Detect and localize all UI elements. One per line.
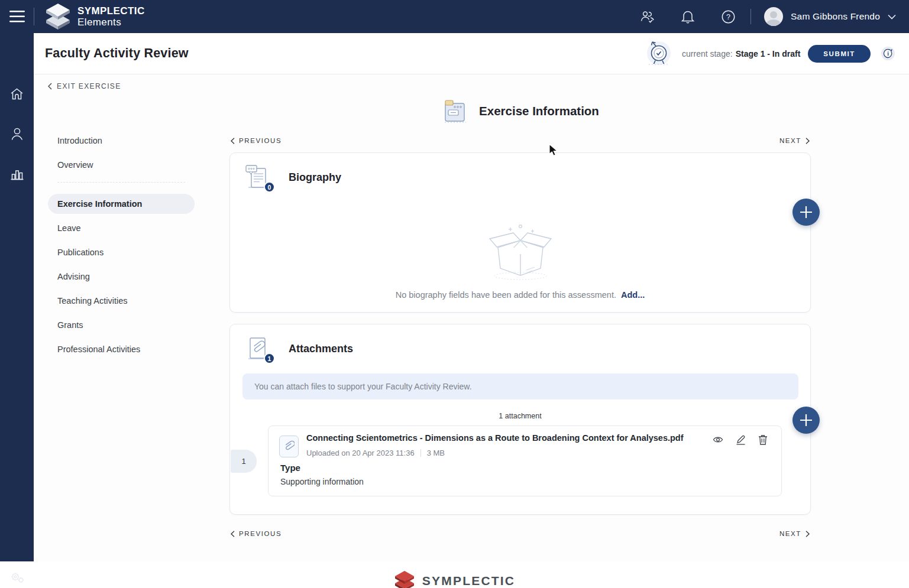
attachments-card: 1 Attachments You can attach files to su… — [229, 324, 811, 515]
reports-icon — [10, 168, 24, 181]
nav-item-advising[interactable]: Advising — [48, 267, 195, 287]
plus-icon — [800, 206, 813, 219]
paperclip-icon — [283, 440, 295, 453]
exercise-information-icon — [441, 98, 468, 124]
home-icon — [10, 87, 24, 100]
attachment-filename: Connecting Scientometrics - Dimensions a… — [306, 433, 697, 443]
svg-text:i: i — [887, 51, 889, 57]
profile-icon — [11, 127, 24, 141]
notifications-bell-icon — [681, 9, 694, 24]
delegates-button[interactable] — [627, 0, 668, 33]
attachments-count-badge: 1 — [264, 353, 275, 364]
help-icon: ? — [722, 10, 735, 24]
nav-item-introduction[interactable]: Introduction — [48, 131, 195, 151]
settings-gear-icon — [9, 571, 25, 584]
stage-target-icon — [645, 40, 672, 67]
page-header: Faculty Activity Review current stage:St… — [34, 33, 909, 74]
meta-divider — [420, 449, 421, 457]
pager-top: PREVIOUS NEXT — [229, 136, 811, 145]
attachment-meta: Uploaded on 20 Apr 2023 11:36 3 MB — [306, 449, 445, 457]
nav-item-teaching-activities[interactable]: Teaching Activities — [48, 291, 195, 311]
biography-count-badge: 0 — [264, 181, 275, 193]
attachment-uploaded-text: Uploaded on 20 Apr 2023 11:36 — [306, 449, 415, 457]
biography-empty-message: No biography fields have been added for … — [230, 290, 810, 300]
profile-nav-button[interactable] — [0, 121, 34, 147]
nav-item-professional-activities[interactable]: Professional Activities — [48, 339, 195, 359]
previous-button-bottom[interactable]: PREVIOUS — [231, 530, 282, 537]
next-label: NEXT — [779, 530, 801, 537]
plus-icon — [800, 414, 813, 427]
delegates-icon — [640, 10, 655, 23]
biography-card: 0 Biography — [229, 152, 811, 313]
attachment-type-label: Type — [280, 463, 300, 473]
attachment-file-size: 3 MB — [427, 449, 445, 457]
edit-pencil-icon — [736, 434, 746, 445]
previous-button-top[interactable]: PREVIOUS — [231, 137, 282, 144]
brand-diamond-icon — [45, 3, 71, 30]
chevron-left-icon — [231, 138, 235, 144]
delete-attachment-button[interactable] — [758, 434, 768, 445]
next-button-bottom[interactable]: NEXT — [779, 530, 810, 537]
add-biography-button[interactable] — [792, 199, 820, 226]
nav-item-overview[interactable]: Overview — [48, 155, 195, 175]
chevron-right-icon — [806, 531, 810, 537]
help-button[interactable]: ? — [708, 0, 748, 33]
nav-item-leave[interactable]: Leave — [48, 218, 195, 238]
add-attachment-button[interactable] — [792, 407, 820, 434]
reports-nav-button[interactable] — [0, 161, 34, 187]
attachments-title: Attachments — [289, 343, 353, 355]
submit-button[interactable]: SUBMIT — [808, 45, 871, 63]
nav-divider — [57, 182, 185, 183]
delete-trash-icon — [758, 434, 768, 445]
exit-exercise-link[interactable]: EXIT EXERCISE — [48, 82, 121, 90]
attachment-count-label: 1 attachment — [230, 412, 810, 420]
biography-title: Biography — [289, 171, 341, 184]
current-stage-label: current stage:Stage 1 - In draft — [682, 49, 800, 59]
nav-item-exercise-information[interactable]: Exercise Information — [48, 194, 195, 214]
main-content: Exercise Information PREVIOUS NEXT — [229, 95, 811, 538]
notifications-button[interactable] — [668, 0, 708, 33]
attachment-index-tab: 1 — [231, 450, 257, 473]
footer: SYMPLECTIC — [0, 561, 909, 588]
section-title: Exercise Information — [479, 104, 599, 118]
symplectic-elements-logo[interactable]: SYMPLECTIC Elements — [45, 3, 145, 30]
chevron-down-icon — [888, 14, 896, 20]
chevron-right-icon — [806, 138, 810, 144]
stage-value: Stage 1 - In draft — [736, 49, 801, 59]
user-menu[interactable]: Sam Gibbons Frendo — [757, 7, 898, 26]
avatar — [764, 7, 783, 26]
info-icon: i — [883, 48, 893, 59]
attachment-item: Connecting Scientometrics - Dimensions a… — [268, 425, 782, 496]
edit-attachment-button[interactable] — [735, 434, 746, 445]
settings-nav-button[interactable] — [0, 564, 34, 588]
next-label: NEXT — [779, 137, 801, 144]
page-title: Faculty Activity Review — [45, 46, 189, 61]
view-attachment-button[interactable] — [713, 434, 723, 445]
navbar-divider — [751, 9, 751, 24]
hamburger-icon — [9, 11, 25, 22]
symplectic-footer-icon — [394, 571, 415, 588]
nav-item-publications[interactable]: Publications — [48, 242, 195, 262]
footer-brand-text: SYMPLECTIC — [422, 574, 515, 588]
section-heading: Exercise Information — [229, 95, 811, 127]
left-icon-rail — [0, 33, 34, 561]
exit-exercise-label: EXIT EXERCISE — [57, 82, 121, 90]
home-nav-button[interactable] — [0, 81, 34, 107]
user-name: Sam Gibbons Frendo — [791, 11, 880, 22]
biography-add-link[interactable]: Add... — [621, 290, 645, 300]
attachments-banner: You can attach files to support your Fac… — [242, 373, 798, 399]
info-button[interactable]: i — [881, 47, 895, 60]
footer-logo: SYMPLECTIC — [0, 571, 909, 588]
top-navbar: SYMPLECTIC Elements — [0, 0, 909, 33]
attachment-type-value: Supporting information — [280, 477, 364, 486]
svg-text:?: ? — [726, 13, 730, 21]
brand-product: Elements — [77, 17, 145, 28]
attachment-file-icon — [279, 436, 299, 457]
brand-name: SYMPLECTIC — [77, 5, 145, 17]
pager-bottom: PREVIOUS NEXT — [229, 529, 811, 538]
hamburger-menu-button[interactable] — [0, 0, 34, 33]
empty-box-illustration — [485, 223, 556, 282]
next-button-top[interactable]: NEXT — [779, 137, 810, 144]
previous-label: PREVIOUS — [239, 137, 282, 144]
nav-item-grants[interactable]: Grants — [48, 315, 195, 335]
